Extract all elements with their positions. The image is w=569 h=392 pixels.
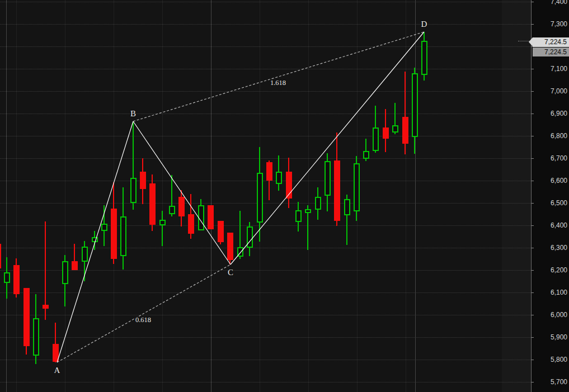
price-axis-label: 6,000 [551,311,567,319]
price-axis-tick [532,203,534,204]
pattern-leg-line[interactable] [133,121,231,265]
last-price-badge: 7,224.5 [533,48,569,56]
pattern-ratio-line[interactable] [133,32,424,121]
price-axis-label: 5,700 [551,378,567,386]
price-axis-label: 5,800 [551,356,567,364]
price-axis-label: 7,300 [551,20,567,29]
price-axis-tick [532,91,534,92]
price-tag-arrow-icon [529,37,533,46]
price-axis-label: 6,200 [551,266,567,275]
abcd-pattern-drawing[interactable]: 0.6181.618ABCD [0,0,531,392]
price-axis-tick [532,2,534,2]
price-axis-label: 6,600 [551,177,567,185]
price-axis-tick [532,136,534,136]
price-axis-label: 6,700 [551,154,567,163]
price-axis-tick [532,292,534,293]
price-axis-label: 7,000 [551,87,567,96]
price-axis[interactable]: 7,4007,3007,1007,0006,9006,8006,7006,600… [531,0,569,392]
price-axis-label: 6,100 [551,289,567,297]
price-axis-label: 6,500 [551,199,567,207]
price-axis-tick [532,315,534,315]
price-axis-tick [532,360,534,360]
price-axis-label: 5,900 [551,333,567,342]
price-axis-label: 7,100 [551,65,567,73]
price-axis-tick [532,382,534,382]
ratio-label: 1.618 [270,79,286,87]
price-axis-tick [532,24,534,25]
price-axis-tick [532,158,534,159]
pattern-leg-line[interactable] [231,32,424,265]
price-axis-label: 6,400 [551,221,567,230]
price-axis-tick [532,181,534,181]
price-axis-tick [532,337,534,338]
pattern-point-label: A [54,366,60,375]
price-axis-tick [532,270,534,271]
pattern-point-label: C [228,268,233,277]
price-axis-label: 6,800 [551,132,567,140]
pattern-leg-line[interactable] [57,121,133,362]
price-axis-tick [532,225,534,226]
ratio-label: 0.618 [135,316,151,324]
current-price-value: 7,224.5 [533,37,569,47]
price-axis-tick [532,114,534,114]
trading-chart-window: 0.6181.618ABCD 7,4007,3007,1007,0006,900… [0,0,569,392]
pattern-point-label: B [130,109,136,118]
pattern-point-label: D [421,20,427,29]
price-axis-label: 7,400 [551,0,567,6]
price-axis-label: 6,900 [551,110,567,118]
current-price-badge: 7,224.5 [529,37,569,47]
price-axis-label: 6,300 [551,244,567,252]
price-axis-tick [532,69,534,69]
candlestick-chart[interactable]: 0.6181.618ABCD [0,0,531,392]
price-axis-tick [532,248,534,248]
